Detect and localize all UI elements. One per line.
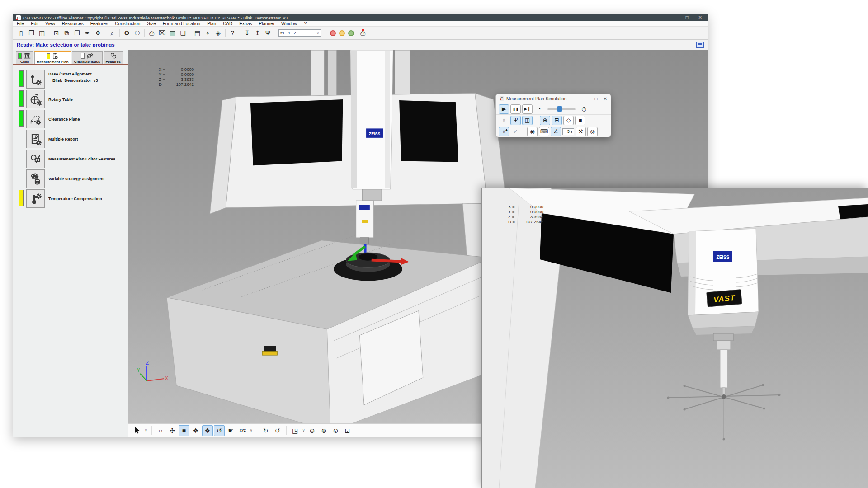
- confirm-button[interactable]: ✓: [510, 127, 521, 136]
- transform-icon[interactable]: ✥: [93, 28, 103, 38]
- chevron-down-icon[interactable]: ∨: [302, 428, 305, 432]
- view-cube-tool[interactable]: ◳: [290, 425, 301, 436]
- xyz-probe-tool[interactable]: XYZ: [237, 425, 248, 436]
- probe-down-icon[interactable]: ↧: [242, 28, 252, 38]
- tab-cmm[interactable]: CMM: [16, 51, 33, 64]
- menu-planner[interactable]: Planner: [259, 21, 274, 26]
- selection-frame-icon[interactable]: ⊡: [52, 28, 61, 38]
- sidebar-item-temperature-compensation[interactable]: Temperature Compensation: [19, 189, 128, 208]
- show-rotary-axis-button[interactable]: ⊕: [540, 116, 550, 125]
- step-forward-button[interactable]: ▶❙: [522, 104, 533, 114]
- close-button[interactable]: ✕: [698, 14, 702, 21]
- grab-features-alt-tool[interactable]: ❖: [202, 425, 213, 436]
- menu-view[interactable]: View: [45, 21, 55, 26]
- select-features-tool[interactable]: ✣: [167, 425, 178, 436]
- light-yellow-icon[interactable]: [339, 30, 345, 36]
- sidebar-item-clearance-plane[interactable]: Clearance Plane: [19, 110, 128, 128]
- dialog-minimize-button[interactable]: –: [586, 96, 589, 101]
- select-circle-tool[interactable]: ○: [155, 425, 166, 436]
- collision-check-button[interactable]: ♀▲: [499, 127, 509, 136]
- show-probe-button[interactable]: ♀: [499, 116, 509, 125]
- cad-model-icon[interactable]: ◈: [213, 28, 223, 38]
- sidebar-item-rotary-table[interactable]: Rotary Table: [19, 90, 128, 108]
- wireframe-cube-button[interactable]: ◇: [563, 116, 574, 125]
- split-view-icon[interactable]: ▥: [168, 28, 177, 38]
- speed-slider-handle[interactable]: [557, 106, 562, 112]
- stop-button[interactable]: ■: [575, 116, 585, 125]
- menu-window[interactable]: Window: [281, 21, 297, 26]
- report-icon[interactable]: ▤: [193, 28, 202, 38]
- show-probe-tree-button[interactable]: Ψ: [510, 116, 521, 125]
- delete-icon[interactable]: ⌧: [157, 28, 167, 38]
- open-file-icon[interactable]: ❒: [27, 28, 36, 38]
- chevron-down-icon[interactable]: ∨: [145, 428, 147, 432]
- angle-probe-button[interactable]: ∠: [551, 127, 561, 136]
- sidebar-item-variable-strategy[interactable]: Variable strategy assignment: [19, 169, 128, 188]
- light-red-icon[interactable]: [330, 30, 336, 36]
- cmm-status-icon[interactable]: [696, 42, 704, 48]
- probe-selector-combo[interactable]: #1 1_-Z ∨: [278, 29, 321, 37]
- dialog-close-button[interactable]: ✕: [604, 96, 607, 101]
- menu-size[interactable]: Size: [147, 21, 156, 26]
- zoom-fit-tool[interactable]: ⊡: [342, 425, 353, 436]
- zoom-select-tool[interactable]: ⊙: [330, 425, 341, 436]
- maximize-button[interactable]: □: [686, 14, 689, 21]
- solid-view-tool[interactable]: ■: [179, 425, 189, 436]
- show-probe-body-button[interactable]: ◫: [522, 116, 533, 125]
- search-icon[interactable]: ⌕: [108, 28, 117, 38]
- rotate-ccw-tool[interactable]: ↺: [272, 425, 283, 436]
- delay-input[interactable]: 5 s: [562, 128, 574, 135]
- paste-icon[interactable]: ❐: [72, 28, 82, 38]
- tab-characteristics[interactable]: Characteristics: [72, 51, 103, 64]
- control-panel-button[interactable]: ⌨: [539, 127, 549, 136]
- rotate-cw-tool[interactable]: ↻: [260, 425, 271, 436]
- minimize-button[interactable]: –: [673, 14, 676, 21]
- cursor-tool[interactable]: [132, 425, 143, 436]
- zoom-in-tool[interactable]: ⊕: [319, 425, 330, 436]
- rotate-component-tool[interactable]: ↺: [214, 425, 225, 436]
- dialog-maximize-button[interactable]: □: [595, 96, 598, 101]
- pause-button[interactable]: ❚❚: [510, 104, 521, 114]
- grab-features-tool[interactable]: ❖: [190, 425, 201, 436]
- cad-target-icon[interactable]: ⌖: [203, 28, 212, 38]
- zoom-out-tool[interactable]: ⊖: [307, 425, 318, 436]
- light-green-icon[interactable]: [348, 30, 354, 36]
- new-document-icon[interactable]: ▯: [16, 28, 26, 38]
- show-rotary-table-button[interactable]: ⊞: [552, 116, 562, 125]
- sidebar-item-base-alignment[interactable]: Base / Start Alignment Blisk_Demonstrato…: [19, 70, 128, 89]
- settings-wrench-button[interactable]: ⚒: [576, 127, 586, 136]
- print-icon[interactable]: ⎙: [147, 28, 156, 38]
- chevron-down-icon[interactable]: ∨: [250, 428, 253, 432]
- menu-edit[interactable]: Edit: [31, 21, 38, 26]
- tab-features[interactable]: Features: [104, 51, 123, 64]
- speed-slider[interactable]: [547, 106, 576, 112]
- menu-form-and-location[interactable]: Form and Location: [163, 21, 200, 26]
- menu-features[interactable]: Features: [90, 21, 108, 26]
- closeup-window[interactable]: ZEISS VAST X =-0.0000 Y =0.0000 Z =-3.39…: [481, 188, 868, 488]
- sidebar-item-multiple-report[interactable]: Multiple Report: [19, 130, 128, 148]
- probe-up-icon[interactable]: ↥: [253, 28, 262, 38]
- pan-tool[interactable]: ☛: [226, 425, 236, 436]
- window-copy-icon[interactable]: ❏: [178, 28, 188, 38]
- menu-help[interactable]: ?: [304, 21, 307, 26]
- help-icon[interactable]: ?: [228, 28, 237, 38]
- menu-file[interactable]: File: [17, 21, 24, 26]
- item-sublabel[interactable]: Blisk_Demonstrator_v3: [52, 78, 98, 83]
- probe-config-icon[interactable]: ⚇: [132, 28, 142, 38]
- tab-measurement-plan[interactable]: Measurement Plan: [34, 51, 71, 64]
- sidebar-item-mp-editor-features[interactable]: Measurement Plan Editor Features: [19, 150, 128, 168]
- save-icon[interactable]: ◫: [37, 28, 47, 38]
- menu-construction[interactable]: Construction: [115, 21, 140, 26]
- brush-icon[interactable]: ✒: [83, 28, 92, 38]
- print-run-icon[interactable]: ⎙: [360, 29, 365, 37]
- probe-qualify-icon[interactable]: ⚙: [122, 28, 132, 38]
- probe-tree-icon[interactable]: Ψ: [263, 28, 273, 38]
- menu-plan[interactable]: Plan: [207, 21, 216, 26]
- watch-probe-button[interactable]: ◉: [527, 127, 538, 136]
- copy-icon[interactable]: ⧉: [62, 28, 71, 38]
- gyro-view-button[interactable]: ◎: [587, 127, 598, 136]
- menu-resources[interactable]: Resources: [62, 21, 84, 26]
- menu-cad[interactable]: CAD: [223, 21, 232, 26]
- menu-extras[interactable]: Extras: [239, 21, 252, 26]
- play-button[interactable]: ▶: [499, 104, 509, 114]
